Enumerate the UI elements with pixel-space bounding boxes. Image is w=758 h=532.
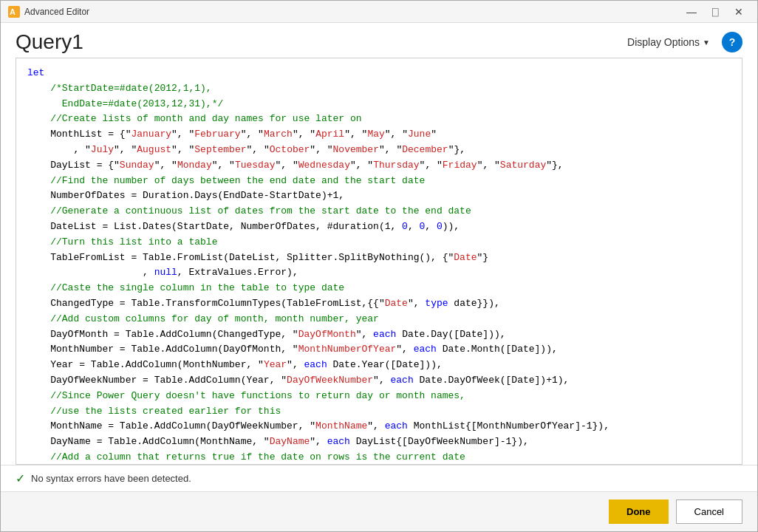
page-title: Query1 <box>16 30 83 54</box>
footer: Done Cancel <box>1 491 757 531</box>
code-line-22: //Since Power Query doesn't have functio… <box>27 389 731 404</box>
app-icon: A <box>8 6 20 18</box>
display-options-button[interactable]: Display Options ▼ <box>621 33 716 51</box>
maximize-button[interactable]: ⎕ <box>704 4 726 19</box>
code-line-8: //Find the number of days between the en… <box>27 174 731 189</box>
done-button[interactable]: Done <box>609 499 669 524</box>
close-button[interactable]: ✕ <box>728 4 750 19</box>
status-text: No syntax errors have been detected. <box>31 473 191 484</box>
code-line-7: DayList = {"Sunday", "Monday", "Tuesday"… <box>27 158 731 174</box>
code-line-10: //Generate a continuous list of dates fr… <box>27 204 731 219</box>
code-line-23: //use the lists created earlier for this <box>27 404 731 420</box>
title-bar: A Advanced Editor — ⎕ ✕ <box>1 1 757 23</box>
code-line-21: DayOfWeekNumber = Table.AddColumn(Year, … <box>27 373 731 389</box>
code-line-16: ChangedType = Table.TransformColumnTypes… <box>27 296 731 312</box>
code-line-26: //Add a column that returns true if the … <box>27 450 731 465</box>
check-icon: ✓ <box>16 471 25 485</box>
code-line-17: //Add custom columns for day of month, m… <box>27 312 731 327</box>
code-line-4: //Create lists of month and day names fo… <box>27 112 731 127</box>
code-line-12: //Turn this list into a table <box>27 235 731 250</box>
title-bar-text: Advanced Editor <box>24 7 680 17</box>
display-options-label: Display Options <box>627 36 700 48</box>
help-button[interactable]: ? <box>722 32 742 52</box>
code-line-18: DayOfMonth = Table.AddColumn(ChangedType… <box>27 327 731 343</box>
code-line-1: let <box>27 66 731 81</box>
svg-text:A: A <box>10 7 16 16</box>
cancel-button[interactable]: Cancel <box>676 499 742 524</box>
code-line-24: MonthName = Table.AddColumn(DayOfWeekNum… <box>27 419 731 434</box>
code-line-5: MonthList = {"January", "February", "Mar… <box>27 127 731 143</box>
status-bar: ✓ No syntax errors have been detected. <box>1 465 757 491</box>
code-line-11: DateList = List.Dates(StartDate, NumberO… <box>27 219 731 235</box>
help-icon: ? <box>729 36 736 48</box>
code-line-2: /*StartDate=#date(2012,1,1), <box>27 81 731 97</box>
chevron-down-icon: ▼ <box>703 38 710 47</box>
header: Query1 Display Options ▼ ? <box>1 23 757 58</box>
code-line-13: TableFromList = Table.FromList(DateList,… <box>27 250 731 266</box>
code-line-19: MonthNumber = Table.AddColumn(DayOfMonth… <box>27 342 731 358</box>
advanced-editor-window: A Advanced Editor — ⎕ ✕ Query1 Display O… <box>0 0 758 532</box>
code-line-20: Year = Table.AddColumn(MonthNumber, "Yea… <box>27 358 731 373</box>
window-controls: — ⎕ ✕ <box>680 4 750 19</box>
header-actions: Display Options ▼ ? <box>621 32 742 52</box>
code-line-14: , null, ExtraValues.Error), <box>27 265 731 281</box>
code-editor[interactable]: let /*StartDate=#date(2012,1,1), EndDate… <box>16 58 742 465</box>
code-line-6: , "July", "August", "September", "Octobe… <box>27 143 731 158</box>
code-line-25: DayName = Table.AddColumn(MonthName, "Da… <box>27 434 731 450</box>
code-line-9: NumberOfDates = Duration.Days(EndDate-St… <box>27 188 731 204</box>
code-line-3: EndDate=#date(2013,12,31),*/ <box>27 97 731 112</box>
code-line-15: //Caste the single column in the table t… <box>27 281 731 296</box>
minimize-button[interactable]: — <box>680 4 703 19</box>
